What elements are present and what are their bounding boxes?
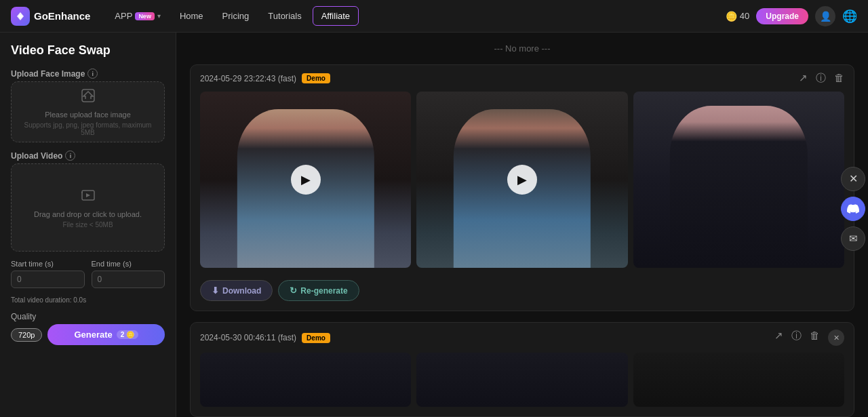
time-inputs: Start time (s) End time (s) [11,260,165,288]
end-time-label: End time (s) [92,260,165,268]
play-button-1[interactable]: ▶ [291,165,321,195]
credits-count: 40 [740,11,749,21]
main-nav: APP New ▾ Home Pricing Tutorials Affilia… [106,6,359,26]
upload-video-size: File size < 50MB [57,221,118,229]
play-button-2[interactable]: ▶ [507,165,537,195]
upload-video-hint: Drag and drop or click to upload. [34,210,142,218]
quality-label: Quality [11,312,165,321]
float-mail-button[interactable]: ✉ [841,226,865,251]
svg-point-0 [19,14,22,18]
no-more-text: --- No more --- [190,41,854,56]
regen-icon: ↻ [290,285,297,296]
quality-section: Quality 720p Generate 2 🪙 [11,312,165,345]
upload-video-section: Upload Video i Drag and drop or click to… [11,151,165,252]
upload-face-hint: Please upload face image [45,111,131,119]
avatar[interactable]: 👤 [815,6,835,26]
header-right: 🪙 40 Upgrade 👤 🌐 [726,6,857,26]
end-time-col: End time (s) [92,260,165,288]
quality-720p[interactable]: 720p [11,328,42,342]
main-layout: Video Face Swap Upload Face Image i Plea… [0,33,868,417]
float-discord-button[interactable] [841,197,865,221]
generate-cost-badge: 2 🪙 [117,330,138,339]
download-icon: ⬇ [212,285,219,296]
video-thumb-face-2 [633,353,844,407]
nav-app[interactable]: APP New ▾ [106,7,169,25]
info-icon-2[interactable]: ⓘ [791,330,802,346]
regenerate-button-1[interactable]: ↻ Re-generate [278,280,359,301]
card-1-timestamp: 2024-05-29 23:22:43 (fast) [200,74,296,83]
upload-video-label: Upload Video i [11,151,165,161]
nav-tutorials[interactable]: Tutorials [260,7,309,25]
upload-face-label: Upload Face Image i [11,68,165,79]
upload-video-info-icon[interactable]: i [65,151,75,161]
card-1-header: 2024-05-29 23:22:43 (fast) Demo ↗ ⓘ 🗑 [191,65,854,92]
card-1-body: ▶ ▶ [191,92,854,277]
credits-icon: 🪙 [726,11,737,22]
delete-icon-2[interactable]: 🗑 [810,330,820,346]
upload-video-box[interactable]: Drag and drop or click to upload. File s… [11,163,165,252]
float-buttons: ✕ ✉ [841,167,868,251]
generate-button[interactable]: Generate 2 🪙 [47,324,165,345]
nav-home[interactable]: Home [172,7,212,25]
credits-display: 🪙 40 [726,11,749,22]
video-thumb-result-1[interactable]: ▶ [416,92,627,268]
content-area: --- No more --- 2024-05-29 23:22:43 (fas… [176,33,868,417]
page-title: Video Face Swap [11,43,165,58]
share-icon-2[interactable]: ↗ [774,330,783,346]
card-2-actions: ↗ ⓘ 🗑 ✕ [774,330,844,346]
card-2-timestamp: 2024-05-30 00:46:11 (fast) [200,333,296,342]
quality-row: 720p Generate 2 🪙 [11,324,165,345]
card-1-footer: ⬇ Download ↻ Re-generate [191,277,854,311]
nav-pricing[interactable]: Pricing [214,7,258,25]
upload-face-info-icon[interactable]: i [87,68,98,79]
video-thumb-source-2[interactable] [200,353,411,407]
float-close-button[interactable]: ✕ [841,167,865,191]
delete-icon[interactable]: 🗑 [834,72,844,85]
video-thumb-source-1[interactable]: ▶ [200,92,411,268]
card-2-header: 2024-05-30 00:46:11 (fast) Demo ↗ ⓘ 🗑 ✕ [191,323,854,353]
card-1-actions: ↗ ⓘ 🗑 [799,72,844,85]
logo[interactable]: GoEnhance [11,7,90,26]
sidebar: Video Face Swap Upload Face Image i Plea… [0,33,176,417]
start-time-col: Start time (s) [11,260,85,288]
logo-icon [11,7,30,26]
result-card-2: 2024-05-30 00:46:11 (fast) Demo ↗ ⓘ 🗑 ✕ [190,322,854,417]
duration-text: Total video duration: 0.0s [11,296,165,304]
upload-face-section: Upload Face Image i Please upload face i… [11,68,165,142]
card-2-body [191,353,854,416]
download-button-1[interactable]: ⬇ Download [200,280,273,301]
card-1-badge: Demo [302,73,330,83]
chevron-down-icon: ▾ [157,12,161,20]
upload-video-icon [80,187,96,207]
start-time-label: Start time (s) [11,260,85,268]
upload-face-icon [80,87,96,108]
app-new-badge: New [135,12,155,20]
video-thumb-face-1 [633,92,844,268]
info-icon[interactable]: ⓘ [816,72,826,85]
header: GoEnhance APP New ▾ Home Pricing Tutoria… [0,0,868,33]
start-time-input[interactable] [11,271,85,288]
nav-affiliate[interactable]: Affiliate [313,6,359,26]
card-close-2[interactable]: ✕ [828,330,844,346]
result-card-1: 2024-05-29 23:22:43 (fast) Demo ↗ ⓘ 🗑 ▶ … [190,64,854,311]
upload-face-box[interactable]: Please upload face image Supports jpg, p… [11,81,165,142]
upgrade-button[interactable]: Upgrade [756,8,808,24]
card-2-badge: Demo [302,333,330,343]
upload-face-formats: Supports jpg, png, jpeg formats, maximum… [12,121,164,136]
globe-icon[interactable]: 🌐 [842,9,857,24]
logo-text: GoEnhance [34,10,90,22]
video-thumb-result-2[interactable] [416,353,627,407]
end-time-input[interactable] [92,271,165,288]
share-icon[interactable]: ↗ [799,72,808,85]
